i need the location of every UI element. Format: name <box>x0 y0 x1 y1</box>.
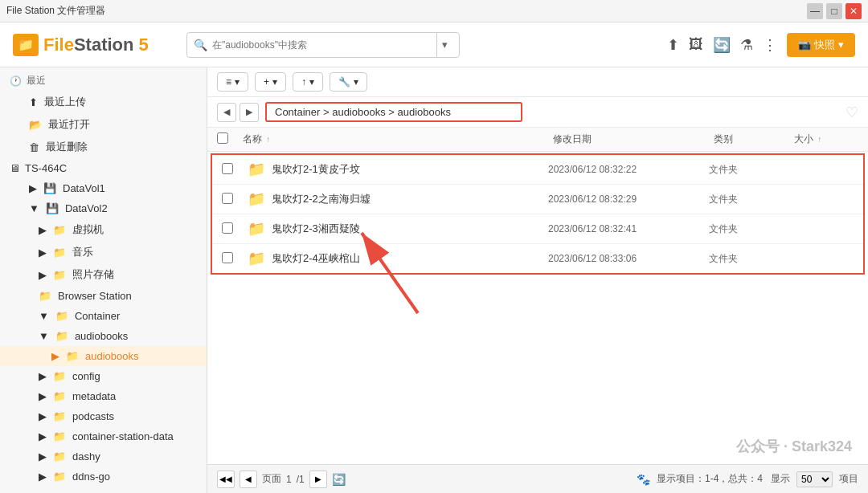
tools-button[interactable]: 🔧 ▾ <box>330 72 367 92</box>
folder-icon: 📁 <box>53 224 66 236</box>
close-button[interactable]: ✕ <box>845 3 862 19</box>
prev-page-button[interactable]: ◀ <box>240 471 257 488</box>
sidebar-item-podcasts[interactable]: ▶ 📁 podcasts <box>0 406 207 426</box>
new-item-button[interactable]: + ▾ <box>255 72 286 92</box>
logo-station: Station <box>74 35 134 55</box>
search-input[interactable] <box>212 39 432 51</box>
select-all-checkbox[interactable] <box>217 132 243 146</box>
file-rows-highlighted: 📁 鬼吹灯2-1黄皮子坟 2023/06/12 08:32:22 文件夹 📁 鬼… <box>211 153 865 275</box>
folder-icon: 📁 <box>53 430 66 442</box>
row-checkbox[interactable] <box>222 193 233 204</box>
refresh-icon[interactable]: 🔄 <box>713 36 731 54</box>
row-checkbox[interactable] <box>222 163 233 174</box>
statusbar: ◀◀ ◀ 页面 1 /1 ▶ 🔄 🐾 显示项目：1-4，总共：4 显示 50 1… <box>207 464 868 493</box>
folder-icon: 📁 <box>248 161 265 178</box>
size-column-header[interactable]: 大小 ↑ <box>794 132 858 146</box>
sidebar-item-photo[interactable]: ▶ 📁 照片存储 <box>0 263 207 286</box>
sidebar-item-browser-station[interactable]: 📁 Browser Station <box>0 286 207 306</box>
view-toggle-button[interactable]: ≡ ▾ <box>217 72 248 92</box>
quick-snapshot-button[interactable]: 📷 快照 ▾ <box>787 33 855 57</box>
back-button[interactable]: ◀ <box>217 103 236 122</box>
trash-icon: 🗑 <box>29 141 39 153</box>
type-column-header[interactable]: 类别 <box>714 132 794 146</box>
wrench-icon: 🔧 <box>338 76 350 88</box>
triangle-right-icon: ▶ <box>39 390 47 402</box>
file-name: 鬼吹灯2-3湘西疑陵 <box>272 222 360 236</box>
first-page-button[interactable]: ◀◀ <box>217 471 235 488</box>
search-dropdown[interactable]: ▾ <box>436 33 452 57</box>
more-icon[interactable]: ⋮ <box>763 36 777 54</box>
sidebar-item-audiobooks-parent[interactable]: ▼ 📁 audiobooks <box>0 326 207 346</box>
total-pages: /1 <box>297 474 305 485</box>
sidebar-item-container[interactable]: ▼ 📁 Container <box>0 306 207 326</box>
folder-icon: 📁 <box>53 269 66 281</box>
titlebar: File Station 文件管理器 — □ ✕ <box>0 0 868 22</box>
file-date: 2023/06/12 08:33:06 <box>548 253 709 264</box>
file-date: 2023/06/12 08:32:41 <box>548 223 709 234</box>
sidebar-item-metadata[interactable]: ▶ 📁 metadata <box>0 386 207 406</box>
triangle-right-icon: ▶ <box>39 410 47 422</box>
sidebar-item-container-station-data[interactable]: ▶ 📁 container-station-data <box>0 426 207 446</box>
breadcrumb-bar: ◀ ▶ Container > audiobooks > audiobooks … <box>207 97 868 128</box>
hdd-icon: 💾 <box>43 182 56 194</box>
sidebar-item-recent-delete[interactable]: 🗑 最近删除 <box>0 136 207 158</box>
page-controls: ◀◀ ◀ 页面 1 /1 ▶ 🔄 <box>217 471 346 488</box>
status-right: 🐾 显示项目：1-4，总共：4 显示 50 100 200 项目 <box>637 471 858 487</box>
upload-icon[interactable]: ⬆ <box>667 36 679 54</box>
dropdown-icon: ▾ <box>272 76 277 88</box>
refresh-icon[interactable]: 🔄 <box>332 473 346 486</box>
breadcrumb-text: Container > audiobooks > audiobooks <box>275 106 451 118</box>
sidebar: 🕐 最近 ⬆ 最近上传 📂 最近打开 🗑 最近删除 🖥 TS-464C ▶ 💾 … <box>0 67 207 493</box>
sidebar-item-ddns-go[interactable]: ▶ 📁 ddns-go <box>0 467 207 487</box>
modified-column-header[interactable]: 修改日期 <box>553 132 714 146</box>
logo-version: 5 <box>139 35 149 55</box>
file-date: 2023/06/12 08:32:29 <box>548 194 709 205</box>
maximize-button[interactable]: □ <box>826 3 842 19</box>
titlebar-title: File Station 文件管理器 <box>6 4 807 18</box>
sidebar-recent-header: 🕐 最近 <box>0 67 207 91</box>
filter-icon[interactable]: ⚗ <box>740 36 753 54</box>
table-row[interactable]: 📁 鬼吹灯2-2之南海归墟 2023/06/12 08:32:29 文件夹 <box>212 185 863 214</box>
sidebar-item-recent-open[interactable]: 📂 最近打开 <box>0 113 207 136</box>
favorite-button[interactable]: ♡ <box>845 104 858 121</box>
name-column-header[interactable]: 名称 ↑ <box>243 132 553 146</box>
sidebar-item-vm[interactable]: ▶ 📁 虚拟机 <box>0 218 207 241</box>
forward-button[interactable]: ▶ <box>240 103 259 122</box>
dropdown-icon: ▾ <box>235 76 240 88</box>
folder-open-icon: 📂 <box>29 119 42 131</box>
header: 📁 FileStation 5 🔍 ▾ ⬆ 🖼 🔄 ⚗ ⋮ 📷 快照 ▾ <box>0 22 868 67</box>
file-type: 文件夹 <box>709 163 789 177</box>
sidebar-item-dashy[interactable]: ▶ 📁 dashy <box>0 446 207 467</box>
triangle-down-icon: ▼ <box>39 310 49 322</box>
per-page-select[interactable]: 50 100 200 <box>796 471 833 487</box>
file-type: 文件夹 <box>709 252 789 266</box>
sidebar-ts464c-header[interactable]: 🖥 TS-464C <box>0 158 207 178</box>
image-icon[interactable]: 🖼 <box>689 36 703 53</box>
main-area: 🕐 最近 ⬆ 最近上传 📂 最近打开 🗑 最近删除 🖥 TS-464C ▶ 💾 … <box>0 67 868 493</box>
sidebar-item-datavol2[interactable]: ▼ 💾 DataVol2 <box>0 198 207 218</box>
row-checkbox[interactable] <box>222 222 233 234</box>
folder-icon: 📁 <box>248 220 265 238</box>
upload-button[interactable]: ↑ ▾ <box>293 72 323 92</box>
triangle-right-icon: ▶ <box>39 471 47 483</box>
table-row[interactable]: 📁 鬼吹灯2-4巫峡棺山 2023/06/12 08:33:06 文件夹 <box>212 244 863 273</box>
table-row[interactable]: 📁 鬼吹灯2-3湘西疑陵 2023/06/12 08:32:41 文件夹 <box>212 214 863 244</box>
dropdown-arrow: ▾ <box>838 39 844 51</box>
sidebar-item-music[interactable]: ▶ 📁 音乐 <box>0 241 207 263</box>
sidebar-item-recent-upload[interactable]: ⬆ 最近上传 <box>0 91 207 113</box>
folder-icon: 📁 <box>248 250 265 267</box>
folder-icon: 📁 <box>39 290 51 302</box>
breadcrumb-nav: ◀ ▶ <box>217 103 259 122</box>
current-page: 1 <box>286 474 292 485</box>
file-name: 鬼吹灯2-1黄皮子坟 <box>272 162 360 177</box>
titlebar-controls: — □ ✕ <box>807 3 862 19</box>
minimize-button[interactable]: — <box>807 3 823 19</box>
sidebar-item-audiobooks-active[interactable]: ▶ 📁 audiobooks <box>0 346 207 366</box>
row-checkbox[interactable] <box>222 252 233 263</box>
next-page-button[interactable]: ▶ <box>309 471 327 488</box>
sidebar-item-config[interactable]: ▶ 📁 config <box>0 366 207 386</box>
folder-icon: 📁 <box>53 390 66 402</box>
table-row[interactable]: 📁 鬼吹灯2-1黄皮子坟 2023/06/12 08:32:22 文件夹 <box>212 155 863 185</box>
triangle-right-icon: ▶ <box>39 430 47 442</box>
sidebar-item-datavol1[interactable]: ▶ 💾 DataVol1 <box>0 178 207 198</box>
